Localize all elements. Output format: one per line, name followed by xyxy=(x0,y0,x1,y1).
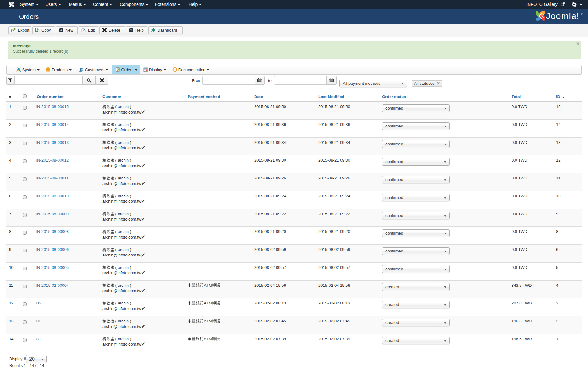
svg-text:?: ? xyxy=(130,28,132,32)
